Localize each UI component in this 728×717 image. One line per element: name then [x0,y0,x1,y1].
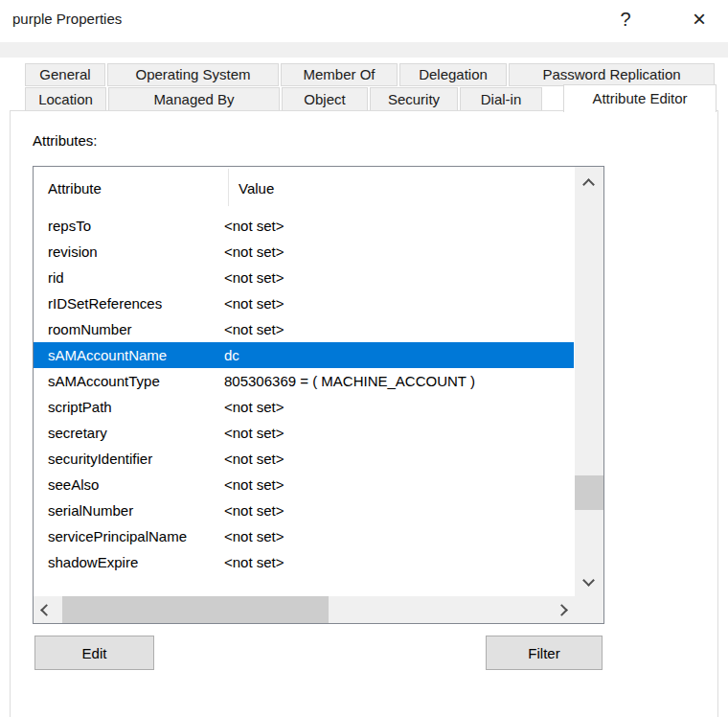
tab-location[interactable]: Location [25,87,106,111]
table-row[interactable]: servicePrincipalName<not set> [34,523,574,549]
column-header-value[interactable]: Value [239,180,274,197]
horizontal-scrollbar-thumb[interactable] [62,596,329,623]
attribute-name-cell[interactable]: securityIdentifier [34,446,224,472]
attribute-value-cell[interactable]: <not set> [224,549,574,575]
filter-button[interactable]: Filter [486,636,603,670]
attribute-value-cell[interactable]: <not set> [224,213,574,239]
table-row[interactable]: revision<not set> [34,239,574,265]
table-row[interactable]: roomNumber<not set> [34,316,574,342]
attribute-name-cell[interactable]: sAMAccountName [34,342,224,368]
column-divider[interactable] [228,169,229,206]
attribute-value-cell[interactable]: <not set> [224,523,574,549]
table-row[interactable]: sAMAccountNamedc [34,342,574,368]
scroll-down-icon[interactable] [582,574,595,587]
tab-operating-system[interactable]: Operating System [107,63,279,86]
table-row[interactable]: securityIdentifier<not set> [34,446,574,472]
table-row[interactable]: seeAlso<not set> [34,472,574,497]
attribute-value-cell[interactable]: <not set> [224,420,574,446]
attribute-value-cell[interactable]: <not set> [224,446,574,472]
attribute-value-cell[interactable]: <not set> [224,472,574,497]
tab-managed-by[interactable]: Managed By [108,87,280,111]
attribute-value-cell[interactable]: <not set> [224,394,574,420]
scroll-right-icon[interactable] [556,604,568,616]
tab-attribute-editor[interactable]: Attribute Editor [563,84,717,112]
attribute-value-cell[interactable]: dc [224,342,574,368]
attribute-name-cell[interactable]: rIDSetReferences [34,290,224,316]
tab-dial-in[interactable]: Dial-in [460,87,542,111]
window-title: purple Properties [12,11,122,27]
attribute-value-cell[interactable]: <not set> [224,497,574,523]
tab-general[interactable]: General [25,63,105,86]
attribute-value-cell[interactable]: <not set> [224,265,574,290]
table-row[interactable]: shadowExpire<not set> [34,549,574,575]
attributes-list: Attribute Value repsTo<not set>revision<… [33,166,604,624]
titlebar-divider [0,42,728,58]
attribute-name-cell[interactable]: rid [34,265,224,290]
tab-security[interactable]: Security [370,87,458,111]
attributes-label: Attributes: [33,132,98,149]
table-row[interactable]: rIDSetReferences<not set> [34,290,574,316]
tab-panel-attribute-editor: Attributes: Attribute Value repsTo<not s… [10,110,718,717]
table-row[interactable]: serialNumber<not set> [34,497,574,523]
attribute-value-cell[interactable]: 805306369 = ( MACHINE_ACCOUNT ) [224,368,574,394]
attribute-name-cell[interactable]: seeAlso [34,472,224,497]
attribute-value-cell[interactable]: <not set> [224,316,574,342]
properties-dialog: purple Properties ? × GeneralOperating S… [0,0,728,717]
tab-member-of[interactable]: Member Of [281,63,398,86]
horizontal-scrollbar[interactable] [34,596,575,623]
vertical-scrollbar[interactable] [575,167,603,623]
attribute-name-cell[interactable]: revision [34,239,224,265]
attribute-name-cell[interactable]: scriptPath [34,394,224,420]
title-bar: purple Properties ? × [0,0,728,42]
table-row[interactable]: repsTo<not set> [34,213,574,239]
table-row[interactable]: secretary<not set> [34,420,574,446]
list-header: Attribute Value [34,167,575,208]
vertical-scrollbar-thumb[interactable] [575,475,603,510]
attribute-rows: repsTo<not set>revision<not set>rid<not … [34,213,574,575]
table-row[interactable]: rid<not set> [34,265,574,290]
column-header-attribute[interactable]: Attribute [48,180,102,197]
attribute-value-cell[interactable]: <not set> [224,290,574,316]
scroll-left-icon[interactable] [40,604,53,616]
attribute-name-cell[interactable]: servicePrincipalName [34,523,224,549]
tab-delegation[interactable]: Delegation [399,63,507,86]
attribute-name-cell[interactable]: shadowExpire [34,549,224,575]
table-row[interactable]: sAMAccountType805306369 = ( MACHINE_ACCO… [34,368,574,394]
attribute-name-cell[interactable]: repsTo [34,213,224,239]
attribute-value-cell[interactable]: <not set> [224,239,574,265]
attribute-name-cell[interactable]: secretary [34,420,224,446]
close-icon[interactable]: × [685,4,714,35]
edit-button[interactable]: Edit [34,636,154,670]
attribute-name-cell[interactable]: serialNumber [34,497,224,523]
help-icon[interactable]: ? [611,4,640,35]
attribute-name-cell[interactable]: sAMAccountType [34,368,224,394]
tab-password-replication[interactable]: Password Replication [509,63,715,86]
attribute-name-cell[interactable]: roomNumber [34,316,224,342]
tab-object[interactable]: Object [282,87,368,111]
scroll-up-icon[interactable] [582,178,595,191]
table-row[interactable]: scriptPath<not set> [34,394,574,420]
